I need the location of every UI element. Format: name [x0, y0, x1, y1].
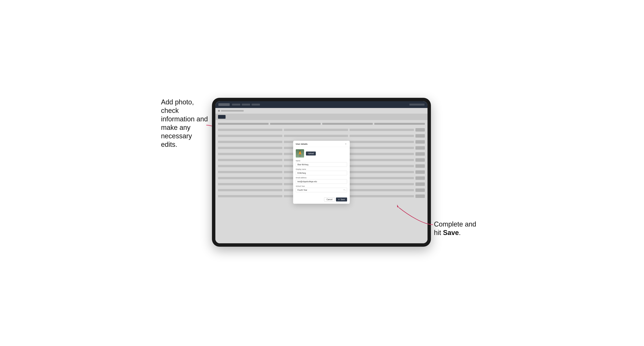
tablet-frame: User details × Upload	[212, 98, 431, 247]
modal-body: Upload Name Display name	[293, 147, 350, 196]
modal-overlay: User details × Upload	[215, 101, 428, 243]
display-name-field-group: Display name	[296, 168, 347, 175]
school-year-field-group: School Year Fourth Year First Year Secon…	[296, 185, 347, 192]
user-photo-image	[296, 149, 304, 158]
chevron-down-icon: ⌄	[345, 189, 346, 191]
scene: Add photo, check information and make an…	[161, 86, 483, 260]
name-input[interactable]	[296, 162, 347, 167]
name-label: Name	[296, 160, 347, 162]
email-label: Email address	[296, 177, 347, 179]
select-clear-icon[interactable]: ×	[344, 189, 345, 191]
modal-title: User details	[296, 143, 308, 145]
upload-photo-button[interactable]: Upload	[306, 152, 316, 156]
tablet-screen: User details × Upload	[215, 101, 428, 243]
modal-header: User details ×	[293, 141, 350, 147]
school-year-label: School Year	[296, 185, 347, 187]
select-icons: × ⌄	[344, 189, 346, 191]
school-year-select-wrapper: Fourth Year First Year Second Year Third…	[296, 188, 347, 192]
save-button[interactable]: ⬆ Save	[336, 197, 347, 201]
save-label: Save	[340, 198, 345, 200]
email-field-group: Email address	[296, 177, 347, 184]
email-input[interactable]	[296, 179, 347, 184]
modal-footer: Cancel ⬆ Save	[293, 196, 350, 204]
modal-close-button[interactable]: ×	[344, 143, 347, 145]
user-details-modal: User details × Upload	[293, 141, 350, 204]
save-icon: ⬆	[338, 199, 340, 200]
name-field-group: Name	[296, 160, 347, 167]
annotation-right: Complete and hit Save.	[434, 220, 483, 237]
photo-row: Upload	[296, 149, 347, 158]
user-photo-thumbnail	[296, 149, 304, 158]
school-year-select[interactable]: Fourth Year First Year Second Year Third…	[296, 188, 347, 192]
annotation-left: Add photo, check information and make an…	[161, 98, 210, 149]
cancel-button[interactable]: Cancel	[324, 197, 335, 201]
display-name-label: Display name	[296, 168, 347, 170]
display-name-input[interactable]	[296, 171, 347, 175]
